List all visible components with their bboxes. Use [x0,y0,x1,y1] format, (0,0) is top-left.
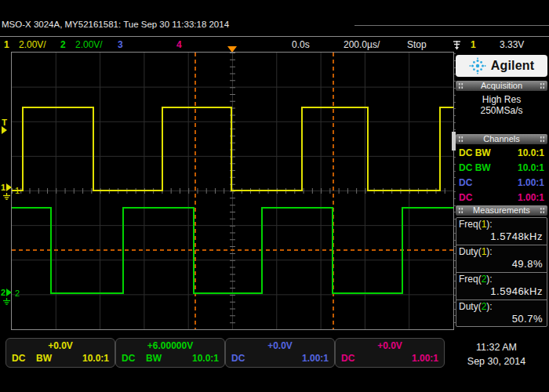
ch2-probe-ratio: 10.0:1 [518,162,544,173]
ch2-offset-value: +6.00000V [116,340,224,351]
clock-date: Sep 30, 2014 [457,356,536,367]
ch1-probe-ratio: 10.0:1 [518,147,544,158]
grid-channel-label: 2 [15,289,20,298]
ch1-offset-value: +0.0V [6,340,115,351]
ch1-ratio-label: 10.0:1 [82,353,109,364]
meas-label: Freq( [459,219,482,230]
grip-icon [540,136,545,143]
meas-label-suffix: ): [486,219,492,230]
waveform-display[interactable]: 12 [11,52,454,330]
meas-label: Duty( [459,301,482,312]
grip-icon [540,82,545,89]
status-ch3-number[interactable]: 3 [118,39,123,50]
ch1-coupling-label: DC [12,353,25,364]
trigger-level-arrow-icon [2,126,7,134]
ch2-bw-label: BW [146,353,162,364]
measurements-header[interactable]: Measurements [456,205,547,216]
meas-label: Freq( [459,274,482,285]
ch2-coupling: DC BW [459,162,491,173]
channel-row-4: DC 1.00:1 [457,192,546,205]
ch2-ground-icon [2,298,11,305]
ch1-coupling: DC BW [459,147,491,158]
ch2-marker-label: 2 [1,288,5,297]
title-separator [0,36,549,37]
grip-icon [458,136,464,143]
waveform-canvas[interactable]: 12 [12,53,453,329]
meas-value: 49.8% [512,258,543,270]
status-ch2-scale[interactable]: 2.00V/ [75,39,103,50]
ch1-ground-icon [2,193,11,200]
clock-time: 11:32 AM [457,342,536,353]
brand-box: Agilent [456,55,547,77]
agilent-starburst-icon [469,57,486,74]
channel-row-2: DC BW 10.0:1 [457,162,546,176]
meas-label-suffix: ): [486,301,492,312]
status-trigger-source[interactable]: 1 [471,39,476,50]
ch4-ratio-label: 1.00:1 [412,353,438,364]
grip-icon [458,207,464,214]
top-separator-right [354,25,549,26]
grip-icon [458,82,464,89]
grid-channel-label: 1 [15,186,20,195]
ch1-ground-marker[interactable]: 1 [1,183,12,192]
measurements-box: Freq(1): 1.5748kHz Duty(1): 49.8% Freq(2… [456,217,547,327]
ch3-offset-value: +0.0V [226,340,334,351]
ch4-probe-ratio: 1.00:1 [518,192,544,203]
trigger-edge-icon[interactable] [453,39,461,50]
status-ch2-number[interactable]: 2 [60,39,66,50]
meas-label: Duty( [459,246,482,257]
status-ch1-scale[interactable]: 2.00V/ [19,39,46,50]
channels-header-label: Channels [483,134,519,143]
ch1-marker-label: 1 [1,183,5,192]
ch3-coupling: DC [459,177,472,188]
channels-header[interactable]: Channels [456,134,547,144]
grip-icon [540,207,545,214]
meas-value: 1.5946kHz [490,285,543,297]
ch2-coupling-label: DC [122,353,135,364]
oscilloscope-screen: MSO-X 3024A, MY52161581: Tue Sep 30 11:3… [0,0,549,392]
measurement-duty2[interactable]: Duty(2): 50.7% [456,300,547,327]
trigger-level-marker[interactable]: T [2,118,7,134]
ch1-bw-label: BW [36,353,52,364]
ch2-ground-marker[interactable]: 2 [1,288,12,297]
ch2-settings-box[interactable]: +6.00000V DC BW 10.0:1 [115,338,225,368]
measurement-freq2[interactable]: Freq(2): 1.5946kHz [456,273,547,299]
meas-label-suffix: ): [486,274,492,285]
ch2-ratio-label: 10.0:1 [192,353,219,364]
status-timebase[interactable]: 200.0µs/ [344,39,380,50]
status-ch1-number[interactable]: 1 [4,39,9,50]
status-trigger-level[interactable]: 3.33V [500,39,524,50]
ch1-marker-arrow-icon [6,183,12,191]
acquisition-header-label: Acquisition [481,81,522,90]
instrument-title: MSO-X 3024A, MY52161581: Tue Sep 30 11:3… [2,20,229,29]
meas-label-suffix: ): [486,246,492,257]
measurements-header-label: Measurements [473,205,530,215]
ch3-ratio-label: 1.00:1 [302,353,329,364]
channel-row-1: DC BW 10.0:1 [457,147,546,161]
status-ch4-number[interactable]: 4 [176,39,182,50]
acquisition-mode: High Res [456,94,547,105]
ch4-coupling-label: DC [341,353,354,364]
ch2-marker-arrow-icon [6,289,12,296]
ch3-coupling-label: DC [231,353,245,364]
ch3-probe-ratio: 1.00:1 [518,177,544,188]
meas-value: 1.5748kHz [490,230,543,242]
channel-row-3: DC 1.00:1 [457,177,546,191]
status-delay[interactable]: 0.0s [292,39,310,50]
ch4-coupling: DC [459,192,472,203]
info-sidebar: Agilent Acquisition High Res 250MSa/s Ch… [456,53,547,329]
status-run-state[interactable]: Stop [407,39,427,50]
ch1-settings-box[interactable]: +0.0V DC BW 10.0:1 [5,338,115,368]
ch3-settings-box[interactable]: +0.0V DC 1.00:1 [225,338,335,368]
meas-value: 50.7% [512,313,543,325]
measurement-duty1[interactable]: Duty(1): 49.8% [456,245,547,272]
acquisition-header[interactable]: Acquisition [456,81,547,91]
ch4-offset-value: +0.0V [336,340,444,351]
measurement-freq1[interactable]: Freq(1): 1.5748kHz [456,218,547,245]
acquisition-sample-rate: 250MSa/s [456,105,547,116]
brand-name: Agilent [491,59,535,73]
ch4-settings-box[interactable]: +0.0V DC 1.00:1 [335,338,445,368]
